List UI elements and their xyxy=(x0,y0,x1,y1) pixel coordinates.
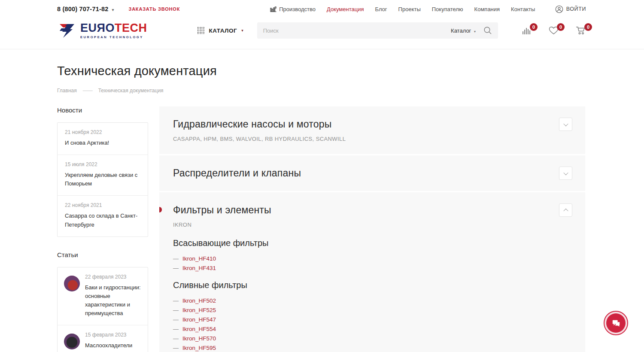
breadcrumb-current: Техническая документация xyxy=(98,88,164,94)
document-link[interactable]: Ikron_HF431 xyxy=(182,265,216,271)
phone-number-text: 8 (800) 707-71-82 xyxy=(57,6,108,12)
site-header: 8 (800) 707-71-82 ▾ ЗАКАЗАТЬ ЗВОНОК Прои… xyxy=(0,0,644,49)
article-date: 15 февраля 2023 xyxy=(85,332,142,338)
login-label: ВОЙТИ xyxy=(566,6,586,12)
chevron-up-icon xyxy=(563,208,568,213)
filter-group-heading: Всасывающие фильтры xyxy=(173,238,571,248)
news-item[interactable]: 22 ноября 2021 Casappa со склада в Санкт… xyxy=(58,196,148,236)
section-expand-button[interactable] xyxy=(559,118,572,131)
chevron-down-icon: ▾ xyxy=(241,28,243,33)
grid-icon xyxy=(197,27,204,34)
dash-bullet: — xyxy=(173,255,179,262)
nav-item-buyers[interactable]: Покупателю xyxy=(432,6,463,12)
article-title: Баки и гидростанции: основные характерис… xyxy=(85,283,142,318)
news-item[interactable]: 15 июля 2022 Укрепляем деловые связи с П… xyxy=(58,155,148,196)
page-title: Техническая документация xyxy=(57,64,585,78)
news-title: Casappa со склада в Санкт-Петербурге xyxy=(65,212,140,229)
main-header-row: EUЯOTECH EUROPEAN TECHNOLOGY КАТАЛОГ ▾ К… xyxy=(0,14,644,42)
breadcrumb-home[interactable]: Главная xyxy=(57,88,77,94)
article-title: Маслоохладители CSL: что это такое и где… xyxy=(85,341,142,352)
document-row: — Ikron_HF410 xyxy=(173,254,571,263)
news-card: 21 ноября 2022 И снова Арктика! 15 июля … xyxy=(57,122,148,237)
dash-bullet: — xyxy=(173,345,179,351)
dash-bullet: — xyxy=(173,316,179,323)
search-bar: Каталог ▾ xyxy=(257,22,498,39)
articles-section-title: Статьи xyxy=(57,251,148,258)
breadcrumb-separator: —— xyxy=(83,88,92,94)
article-item[interactable]: 15 февраля 2023 Маслоохладители CSL: что… xyxy=(58,325,148,352)
nav-label: Блог xyxy=(375,6,387,12)
nav-label: Производство xyxy=(279,6,316,12)
breadcrumb: Главная —— Техническая документация xyxy=(57,88,585,94)
sidebar: Новости 21 ноября 2022 И снова Арктика! … xyxy=(57,106,148,352)
top-navigation: Производство Документация Блог Проекты П… xyxy=(270,6,535,12)
page-content: Техническая документация Главная —— Техн… xyxy=(0,64,644,352)
phone-number[interactable]: 8 (800) 707-71-82 ▾ xyxy=(57,6,114,12)
login-button[interactable]: ВОЙТИ xyxy=(555,5,586,13)
dash-bullet: — xyxy=(173,265,179,271)
document-link[interactable]: Ikron_HF525 xyxy=(182,307,216,313)
nav-item-company[interactable]: Компания xyxy=(474,6,500,12)
article-item[interactable]: 22 февраля 2023 Баки и гидростанции: осн… xyxy=(58,267,148,326)
news-item[interactable]: 21 ноября 2022 И снова Арктика! xyxy=(58,123,148,155)
eurotech-logo-icon xyxy=(57,21,76,39)
chat-widget-inner xyxy=(606,313,626,333)
nav-item-production[interactable]: Производство xyxy=(270,6,316,12)
wishlist-count-badge: 0 xyxy=(557,23,565,31)
article-thumbnail xyxy=(64,334,80,349)
dash-bullet: — xyxy=(173,326,179,332)
nav-label: Компания xyxy=(474,6,500,12)
article-date: 22 февраля 2023 xyxy=(85,274,142,280)
document-link[interactable]: Ikron_HF502 xyxy=(182,297,216,304)
search-category-label: Каталог xyxy=(451,27,471,34)
document-link[interactable]: Ikron_HF410 xyxy=(182,255,216,262)
document-link[interactable]: Ikron_HF570 xyxy=(182,335,216,342)
chat-bubbles-icon xyxy=(611,319,621,328)
catalog-button[interactable]: КАТАЛОГ ▾ xyxy=(197,27,243,34)
top-utility-bar: 8 (800) 707-71-82 ▾ ЗАКАЗАТЬ ЗВОНОК Прои… xyxy=(0,0,644,14)
section-title[interactable]: Фильтры и элементы xyxy=(173,204,571,216)
compare-button[interactable]: 0 xyxy=(522,26,532,35)
document-link[interactable]: Ikron_HF554 xyxy=(182,326,216,332)
search-input[interactable] xyxy=(263,27,451,34)
chevron-down-icon: ▾ xyxy=(112,8,114,12)
articles-block: Статьи 22 февраля 2023 Баки и гидростанц… xyxy=(57,251,148,352)
cart-button[interactable]: 0 xyxy=(576,26,586,35)
chat-widget-button[interactable] xyxy=(604,311,628,335)
news-date: 21 ноября 2022 xyxy=(65,129,140,135)
nav-item-contacts[interactable]: Контакты xyxy=(511,6,535,12)
nav-label: Документация xyxy=(327,6,364,12)
news-section-title: Новости xyxy=(57,106,148,114)
section-collapse-button[interactable] xyxy=(559,203,572,217)
document-row: — Ikron_HF554 xyxy=(173,324,571,334)
document-list: — Ikron_HF502 — Ikron_HF525 — Ikron_HF54… xyxy=(173,296,571,352)
document-row: — Ikron_HF502 xyxy=(173,296,571,305)
news-title: И снова Арктика! xyxy=(65,139,140,147)
document-link[interactable]: Ikron_HF595 xyxy=(182,345,216,351)
wishlist-button[interactable]: 0 xyxy=(549,26,559,35)
document-row: — Ikron_HF570 xyxy=(173,334,571,343)
document-row: — Ikron_HF547 xyxy=(173,315,571,324)
logo-brand-part1: EUЯO xyxy=(80,21,115,34)
compare-count-badge: 0 xyxy=(530,23,538,31)
articles-card: 22 февраля 2023 Баки и гидростанции: осн… xyxy=(57,267,148,352)
logo[interactable]: EUЯOTECH EUROPEAN TECHNOLOGY xyxy=(57,21,147,39)
nav-item-blog[interactable]: Блог xyxy=(375,6,387,12)
section-title[interactable]: Распределители и клапаны xyxy=(173,167,571,179)
document-row: — Ikron_HF595 xyxy=(173,343,571,352)
filters-section-body: Всасывающие фильтры — Ikron_HF410 — Ikro… xyxy=(173,238,571,352)
documentation-accordion: Гидравлические насосы и моторы CASAPPA, … xyxy=(159,106,585,352)
document-link[interactable]: Ikron_HF547 xyxy=(182,316,216,323)
nav-item-documentation[interactable]: Документация xyxy=(327,6,364,12)
search-icon xyxy=(483,26,492,35)
cart-count-badge: 0 xyxy=(584,23,592,31)
section-expand-button[interactable] xyxy=(559,167,572,180)
nav-label: Покупателю xyxy=(432,6,463,12)
section-title[interactable]: Гидравлические насосы и моторы xyxy=(173,118,571,130)
chevron-down-icon: ▾ xyxy=(474,30,476,33)
search-submit[interactable] xyxy=(483,26,492,35)
news-date: 15 июля 2022 xyxy=(65,161,140,167)
nav-item-projects[interactable]: Проекты xyxy=(398,6,421,12)
search-category-dropdown[interactable]: Каталог ▾ xyxy=(451,27,476,34)
request-call-link[interactable]: ЗАКАЗАТЬ ЗВОНОК xyxy=(128,6,180,12)
